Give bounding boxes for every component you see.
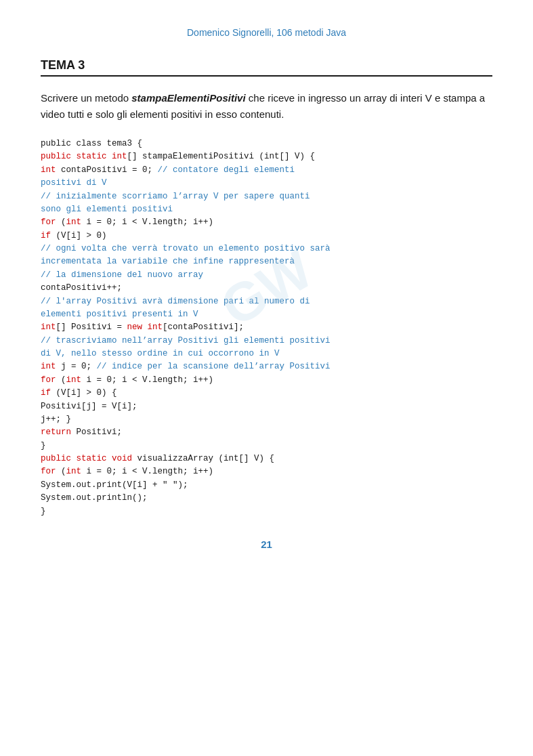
- desc-before: Scrivere un metodo: [41, 92, 131, 104]
- code-line: public static int[] stampaElementiPositi…: [41, 150, 492, 163]
- code-line: di V, nello stesso ordine in cui occorro…: [41, 348, 492, 360]
- code-line: System.out.print(V[i] + " ");: [41, 479, 492, 492]
- code-line: int contaPositivi = 0; // contatore degl…: [41, 164, 492, 177]
- code-line: if (V[i] > 0) {: [41, 387, 492, 400]
- code-line: elementi positivi presenti in V: [41, 308, 492, 321]
- code-line: }: [41, 440, 492, 453]
- page-number: 21: [41, 539, 492, 550]
- code-line: j++; }: [41, 413, 492, 426]
- code-block: public class tema3 {public static int[] …: [41, 138, 492, 518]
- code-line: int[] Positivi = new int[contaPositivi];: [41, 321, 492, 334]
- code-line: // la dimensione del nuovo array: [41, 269, 492, 282]
- code-line: }: [41, 505, 492, 518]
- code-line: for (int i = 0; i < V.length; i++): [41, 374, 492, 387]
- tema-heading: TEMA 3: [41, 58, 492, 72]
- code-line: for (int i = 0; i < V.length; i++): [41, 465, 492, 478]
- code-line: // ogni volta che verrà trovato un eleme…: [41, 243, 492, 255]
- code-line: int j = 0; // indice per la scansione de…: [41, 360, 492, 373]
- code-line: // l'array Positivi avrà dimensione pari…: [41, 295, 492, 308]
- code-line: contaPositivi++;: [41, 282, 492, 295]
- code-line: // inizialmente scorriamo l’array V per …: [41, 190, 492, 203]
- code-line: Positivi[j] = V[i];: [41, 400, 492, 413]
- code-line: return Positivi;: [41, 426, 492, 439]
- tema-divider: [41, 75, 492, 77]
- code-line: // trascriviamo nell’array Positivi gli …: [41, 335, 492, 348]
- header-title: Domenico Signorelli, 106 metodi Java: [41, 27, 492, 38]
- code-line: if (V[i] > 0): [41, 230, 492, 243]
- code-line: positivi di V: [41, 177, 492, 190]
- description: Scrivere un metodo stampaElementiPositiv…: [41, 90, 492, 123]
- code-line: System.out.println();: [41, 492, 492, 505]
- code-line: public class tema3 {: [41, 138, 492, 150]
- code-line: for (int i = 0; i < V.length; i++): [41, 216, 492, 229]
- code-line: incrementata la variabile che infine rap…: [41, 255, 492, 268]
- code-line: sono gli elementi positivi: [41, 203, 492, 216]
- code-line: public static void visualizzaArray (int[…: [41, 453, 492, 465]
- method-name: stampaElementiPositivi: [131, 92, 245, 104]
